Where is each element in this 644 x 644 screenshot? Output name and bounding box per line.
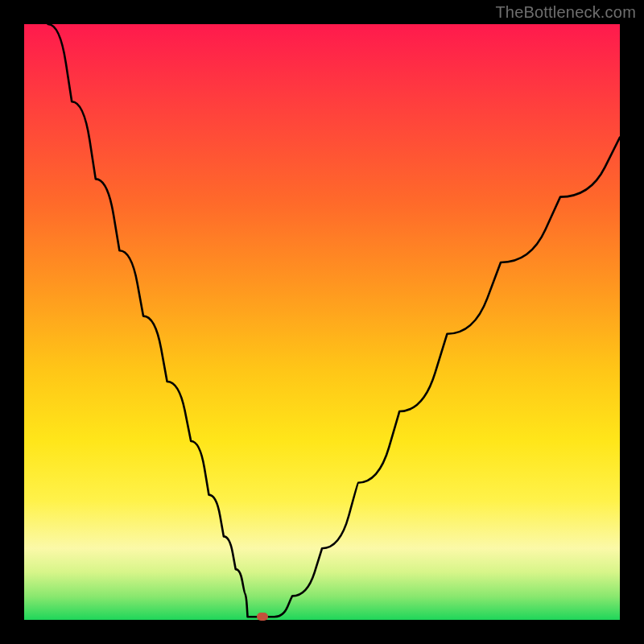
chart-frame: TheBottleneck.com (0, 0, 644, 644)
optimum-marker (257, 613, 268, 621)
watermark-text: TheBottleneck.com (495, 3, 636, 22)
plot-area (24, 24, 620, 620)
bottleneck-curve (24, 24, 620, 620)
